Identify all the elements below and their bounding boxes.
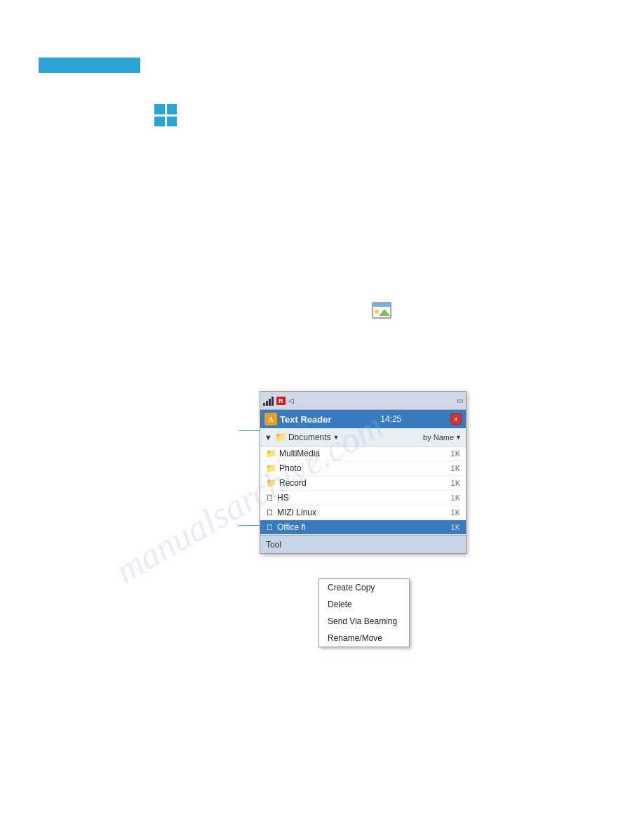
signal-bar-2	[266, 401, 268, 406]
file-size: 1K	[451, 494, 460, 502]
folder-icon: 📁	[266, 463, 276, 473]
nav-back-arrow[interactable]: ▼	[264, 433, 272, 442]
win-tile-tr	[167, 104, 177, 114]
signal-bar-1	[263, 403, 265, 406]
win-tile-bl	[154, 117, 165, 127]
status-bar: R ◁ ▭	[260, 392, 466, 410]
file-name: Photo	[279, 463, 301, 473]
signal-icon	[263, 396, 274, 406]
top-decoration-bar	[39, 58, 140, 73]
signal-bar-4	[271, 397, 274, 406]
svg-rect-1	[373, 303, 391, 307]
battery-icon: ▭	[457, 397, 463, 404]
list-item[interactable]: 📁 MultiMedia 1K	[260, 446, 466, 461]
title-bar: A Text Reader 14:25 ×	[260, 410, 466, 428]
context-menu-item-delete[interactable]: Delete	[319, 596, 409, 613]
folder-icon: 📁	[275, 432, 286, 442]
folder-name: Documents	[288, 432, 331, 442]
app-icon: A	[264, 413, 277, 425]
file-icon: 🗋	[266, 522, 274, 532]
title-time: 14:25	[380, 414, 401, 424]
signal-bar-3	[269, 399, 271, 406]
file-size: 1K	[451, 464, 460, 472]
tool-bar: Tool	[260, 535, 466, 553]
file-name: MultiMedia	[279, 449, 320, 458]
title-bar-left: A Text Reader	[264, 413, 331, 425]
file-size: 1K	[451, 479, 460, 487]
tool-label: Tool	[266, 540, 281, 550]
svg-point-2	[375, 310, 379, 314]
list-item[interactable]: 🗋 Office fi 1K	[260, 520, 466, 535]
nav-bar: ▼ 📁 Documents ▼ by Name ▼	[260, 428, 466, 446]
file-name: Record	[279, 478, 307, 488]
file-name: HS	[277, 493, 289, 503]
file-name: MIZI Linux	[277, 508, 316, 517]
context-menu-item-rename-move[interactable]: Rename/Move	[319, 630, 409, 647]
context-menu: Create Copy Delete Send Via Beaming Rena…	[318, 578, 410, 647]
photo-icon	[372, 302, 391, 319]
close-button[interactable]: ×	[450, 413, 462, 425]
context-menu-item-send-via-beaming[interactable]: Send Via Beaming	[319, 613, 409, 630]
win-tile-br	[167, 117, 177, 127]
folder-icon: 📁	[266, 478, 276, 488]
file-name: Office fi	[277, 522, 305, 532]
file-icon: 🗋	[266, 508, 274, 517]
app-title: Text Reader	[280, 414, 331, 425]
file-size: 1K	[451, 508, 460, 517]
device-window: R ◁ ▭ A Text Reader 14:25 × ▼ 📁 Document…	[260, 391, 467, 554]
context-menu-item-create-copy[interactable]: Create Copy	[319, 579, 409, 596]
folder-dropdown-arrow: ▼	[333, 434, 340, 441]
sort-selector[interactable]: by Name ▼	[423, 433, 462, 442]
speaker-icon: ◁	[288, 397, 294, 404]
sort-label: by Name	[423, 433, 454, 442]
list-item[interactable]: 🗋 MIZI Linux 1K	[260, 505, 466, 520]
file-size: 1K	[451, 523, 460, 531]
win-tile-tl	[154, 104, 165, 114]
list-item[interactable]: 🗋 HS 1K	[260, 491, 466, 505]
file-icon: 🗋	[266, 493, 274, 503]
windows-logo-icon	[154, 104, 177, 126]
list-item[interactable]: 📁 Photo 1K	[260, 461, 466, 476]
sort-arrow: ▼	[455, 434, 462, 441]
r-status-icon: R	[276, 397, 286, 405]
list-item[interactable]: 📁 Record 1K	[260, 476, 466, 491]
file-list: 📁 MultiMedia 1K 📁 Photo 1K 📁 Record 1K 🗋…	[260, 446, 466, 535]
folder-selector[interactable]: 📁 Documents ▼	[275, 432, 340, 442]
folder-icon: 📁	[266, 449, 276, 458]
file-size: 1K	[451, 449, 460, 458]
